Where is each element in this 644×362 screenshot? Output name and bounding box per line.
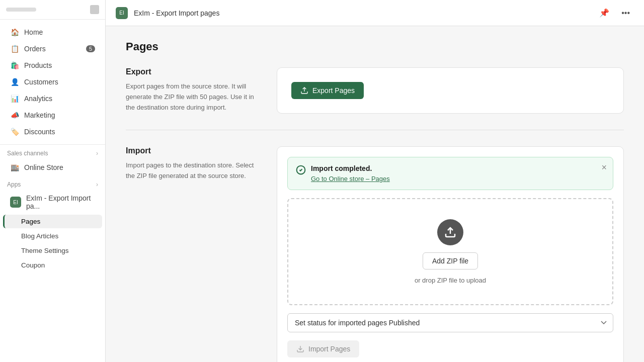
sales-channels-chevron: › bbox=[96, 150, 98, 157]
export-section-right: Export Pages bbox=[277, 67, 624, 114]
more-options-button[interactable]: ••• bbox=[617, 7, 634, 20]
apps-section: Apps › bbox=[0, 176, 105, 190]
import-section-left: Import Import pages to the destination s… bbox=[126, 146, 257, 362]
page-content: Pages Export Export pages from the sourc… bbox=[106, 26, 644, 362]
sidebar-item-analytics[interactable]: 📊 Analytics bbox=[3, 90, 102, 107]
export-section-title: Export bbox=[126, 67, 257, 76]
import-pages-button[interactable]: Import Pages bbox=[287, 340, 359, 357]
products-icon: 🛍️ bbox=[10, 61, 19, 70]
sidebar-sub-item-coupon[interactable]: Coupon bbox=[3, 258, 102, 272]
sidebar-item-discounts[interactable]: 🏷️ Discounts bbox=[3, 124, 102, 140]
success-banner-close-button[interactable]: × bbox=[601, 162, 607, 173]
page-title: Pages bbox=[126, 40, 624, 53]
orders-icon: 📋 bbox=[10, 44, 19, 53]
topbar: EI ExIm - Export Import pages 📌 ••• bbox=[106, 0, 644, 26]
analytics-icon: 📊 bbox=[10, 94, 19, 103]
import-button-label: Import Pages bbox=[308, 345, 350, 353]
export-button-label: Export Pages bbox=[312, 86, 355, 95]
app-icon: EI bbox=[10, 197, 21, 208]
sub-item-label: Pages bbox=[21, 218, 40, 225]
import-section: Import Import pages to the destination s… bbox=[126, 146, 624, 362]
export-section-desc: Export pages from the source store. It w… bbox=[126, 81, 257, 113]
topbar-actions: 📌 ••• bbox=[595, 6, 634, 20]
home-icon: 🏠 bbox=[10, 28, 19, 37]
success-banner: Import completed. Go to Online store – P… bbox=[287, 157, 613, 190]
sidebar-sub-item-blog-articles[interactable]: Blog Articles bbox=[3, 229, 102, 243]
sidebar-item-customers[interactable]: 👤 Customers bbox=[3, 74, 102, 90]
success-check-icon bbox=[296, 165, 306, 177]
sales-channels-section: Sales channels › bbox=[0, 145, 105, 159]
store-icon bbox=[90, 5, 99, 14]
success-text: Import completed. Go to Online store – P… bbox=[311, 164, 605, 183]
import-card: Import completed. Go to Online store – P… bbox=[277, 146, 624, 362]
main-nav: 🏠 Home 📋 Orders 5 🛍️ Products 👤 Customer… bbox=[0, 20, 105, 145]
import-icon bbox=[296, 345, 304, 353]
main-content: EI ExIm - Export Import pages 📌 ••• Page… bbox=[106, 0, 644, 362]
app-item-exim[interactable]: EI ExIm - Export Import pa... bbox=[3, 191, 102, 214]
sidebar-sub-item-pages[interactable]: Pages bbox=[3, 215, 102, 228]
drop-hint-text: or drop ZIP file to upload bbox=[415, 277, 486, 284]
file-dropzone[interactable]: Add ZIP file or drop ZIP file to upload bbox=[287, 198, 613, 305]
sidebar: 🏠 Home 📋 Orders 5 🛍️ Products 👤 Customer… bbox=[0, 0, 106, 362]
sidebar-item-label: Online Store bbox=[24, 163, 63, 171]
orders-badge: 5 bbox=[86, 45, 95, 52]
sidebar-item-label: Customers bbox=[24, 78, 58, 86]
success-banner-link[interactable]: Go to Online store – Pages bbox=[311, 175, 390, 183]
store-header bbox=[0, 0, 105, 20]
sidebar-item-online-store[interactable]: 🏬 Online Store bbox=[3, 159, 102, 175]
import-section-right: Import completed. Go to Online store – P… bbox=[277, 146, 624, 362]
status-select[interactable]: Set status for imported pages Published … bbox=[287, 313, 613, 332]
sub-item-label: Blog Articles bbox=[21, 232, 58, 240]
sub-item-label: Coupon bbox=[21, 261, 45, 269]
sub-item-label: Theme Settings bbox=[21, 247, 69, 254]
sidebar-item-home[interactable]: 🏠 Home bbox=[3, 24, 102, 40]
sidebar-item-products[interactable]: 🛍️ Products bbox=[3, 57, 102, 73]
topbar-app-icon: EI bbox=[116, 7, 128, 19]
import-card-inner: Import completed. Go to Online store – P… bbox=[277, 147, 623, 362]
export-card: Export Pages bbox=[277, 67, 624, 114]
export-section: Export Export pages from the source stor… bbox=[126, 67, 624, 130]
sidebar-item-label: Discounts bbox=[24, 128, 55, 136]
sidebar-item-orders[interactable]: 📋 Orders 5 bbox=[3, 41, 102, 57]
online-store-icon: 🏬 bbox=[10, 163, 19, 172]
store-name bbox=[6, 8, 36, 12]
sidebar-item-label: Analytics bbox=[24, 95, 52, 103]
export-icon bbox=[300, 86, 308, 95]
upload-icon bbox=[437, 219, 463, 245]
import-section-title: Import bbox=[126, 146, 257, 155]
apps-chevron: › bbox=[96, 181, 98, 188]
sidebar-item-label: Home bbox=[24, 28, 43, 36]
sidebar-item-label: Products bbox=[24, 61, 52, 69]
discounts-icon: 🏷️ bbox=[10, 127, 19, 136]
pin-button[interactable]: 📌 bbox=[595, 6, 613, 20]
add-zip-button-label: Add ZIP file bbox=[432, 257, 468, 265]
sidebar-item-label: Marketing bbox=[24, 111, 55, 119]
success-banner-title: Import completed. bbox=[311, 164, 605, 172]
import-section-desc: Import pages to the destination store. S… bbox=[126, 160, 257, 182]
sales-channels-label: Sales channels bbox=[7, 150, 48, 157]
add-zip-button[interactable]: Add ZIP file bbox=[423, 252, 478, 269]
sidebar-sub-item-theme-settings[interactable]: Theme Settings bbox=[3, 244, 102, 257]
export-pages-button[interactable]: Export Pages bbox=[291, 82, 364, 99]
app-name-label: ExIm - Export Import pa... bbox=[26, 194, 95, 210]
topbar-title: ExIm - Export Import pages bbox=[134, 9, 219, 17]
export-section-left: Export Export pages from the source stor… bbox=[126, 67, 257, 114]
sidebar-item-marketing[interactable]: 📣 Marketing bbox=[3, 107, 102, 123]
status-select-wrap: Set status for imported pages Published … bbox=[287, 313, 613, 332]
customers-icon: 👤 bbox=[10, 77, 19, 86]
sidebar-item-label: Orders bbox=[24, 45, 46, 53]
marketing-icon: 📣 bbox=[10, 111, 19, 120]
apps-label: Apps bbox=[7, 181, 21, 188]
